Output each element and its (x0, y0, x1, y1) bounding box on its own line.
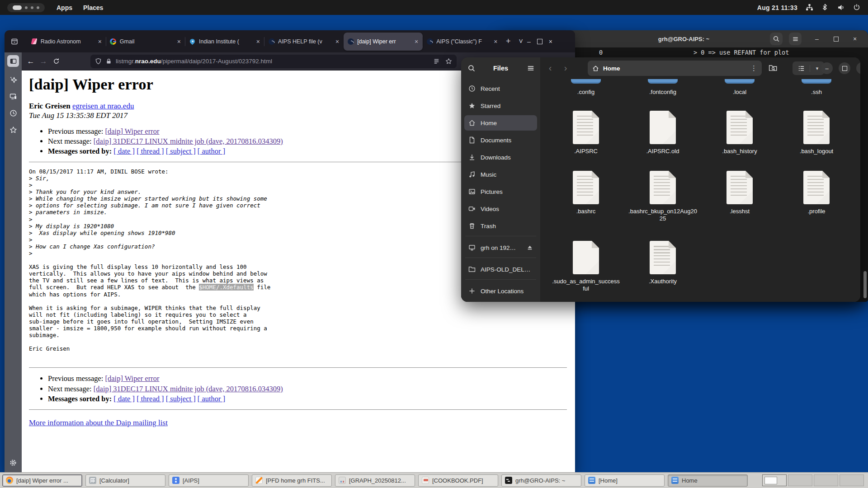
power-icon[interactable] (853, 4, 861, 11)
lock-icon[interactable] (106, 58, 112, 64)
sidebar-item-remote-mount[interactable]: grh on 192… (464, 240, 537, 255)
sidebar-item-music[interactable]: Music (464, 167, 537, 182)
file-item[interactable]: .AIPSRC (547, 111, 624, 155)
browser-tab[interactable]: Radio Astronom × (27, 33, 106, 51)
list-all-tabs-button[interactable]: ˅ (514, 35, 527, 48)
back-button[interactable]: ← (24, 55, 37, 68)
taskbar-button-firefox[interactable]: [daip] Wiper error ... (2, 474, 82, 487)
file-item[interactable]: .fontconfig (624, 79, 701, 96)
file-item[interactable]: .local (701, 79, 778, 96)
workspace-3[interactable] (814, 474, 838, 486)
next-message-link[interactable]: [daip] 31DEC17 LINUX midnite job (dave, … (94, 137, 283, 145)
taskbar-button-home[interactable]: Home (668, 474, 748, 487)
terminal-search-button[interactable] (770, 33, 783, 45)
file-item[interactable]: .bashrc_bkup_on12Aug2025 (624, 171, 701, 222)
sort-by-author-link[interactable]: [ author ] (198, 394, 225, 403)
forward-button[interactable]: → (37, 55, 50, 68)
browser-tab[interactable]: AIPS ("Classic") F × (423, 33, 502, 51)
list-view-icon[interactable] (793, 65, 810, 72)
file-item[interactable]: .sudo_as_admin_successful (547, 241, 624, 292)
files-maximize-button[interactable] (839, 62, 850, 74)
files-back-button[interactable]: ‹ (546, 64, 555, 73)
eject-icon[interactable] (527, 244, 533, 251)
file-item[interactable]: .bash_history (701, 111, 778, 155)
tab-close-icon[interactable]: × (493, 38, 498, 45)
terminal-minimize-button[interactable]: – (812, 34, 821, 43)
sort-by-subject-link[interactable]: [ subject ] (166, 147, 196, 155)
sidebar-item-other-locations[interactable]: Other Locations (464, 283, 537, 299)
sidebar-toggle-button[interactable] (7, 55, 19, 67)
browser-tab[interactable]: Gmail × (106, 33, 185, 51)
sort-by-thread-link[interactable]: [ thread ] (137, 147, 164, 155)
files-close-button[interactable]: × (856, 62, 860, 74)
url-bar[interactable]: listmgr.nrao.edu/pipermail/daip/2017-Aug… (90, 55, 457, 68)
workspace-1[interactable] (762, 474, 787, 486)
sort-by-thread-link[interactable]: [ thread ] (137, 394, 164, 403)
browser-tab-active[interactable]: [daip] Wiper err × (344, 33, 423, 51)
taskbar-button-aips[interactable]: [AIPS] (169, 474, 249, 487)
sort-by-date-link[interactable]: [ date ] (113, 147, 135, 155)
sidebar-item-recent[interactable]: Recent (464, 81, 537, 96)
tab-close-icon[interactable]: × (176, 38, 182, 45)
taskbar-button-pfd[interactable]: [PFD home grh FITS... (252, 474, 332, 487)
sidebar-item-home[interactable]: Home (464, 115, 537, 131)
activities-workspace-indicator[interactable] (7, 3, 45, 12)
mailing-list-info-link[interactable]: More information about the Daip mailing … (29, 418, 168, 427)
file-item[interactable]: .config (547, 79, 624, 96)
sidebar-item-videos[interactable]: Videos (464, 201, 537, 216)
file-item[interactable]: .Xauthority (624, 241, 701, 285)
synced-tabs-icon[interactable] (9, 93, 17, 100)
file-item[interactable]: .bashrc (547, 171, 624, 215)
browser-minimize-button[interactable]: – (527, 38, 531, 45)
taskbar-button-terminal[interactable]: grh@GRO-AIPS: ~ (501, 474, 581, 487)
tab-close-icon[interactable]: × (97, 38, 103, 45)
tab-close-icon[interactable]: × (414, 38, 419, 45)
clock[interactable]: Aug 21 11:33 (757, 4, 797, 11)
sort-by-date-link[interactable]: [ date ] (113, 394, 135, 403)
history-icon[interactable] (9, 109, 17, 117)
terminal-maximize-button[interactable] (831, 34, 840, 43)
settings-gear-icon[interactable] (9, 459, 17, 467)
ai-chatbot-icon[interactable] (9, 76, 17, 84)
path-options-kebab-icon[interactable]: ⋮ (750, 64, 757, 72)
files-headerbar[interactable]: Files ‹ › Home ⋮ (461, 57, 860, 79)
workspace-2[interactable] (788, 474, 812, 486)
new-tab-button[interactable]: + (502, 35, 514, 48)
view-mode-button[interactable]: ▾ (793, 61, 824, 75)
file-item[interactable]: .ssh (778, 79, 855, 96)
files-path-bar[interactable]: Home ⋮ (588, 61, 762, 76)
tab-close-icon[interactable]: × (335, 38, 340, 45)
sidebar-item-starred[interactable]: Starred (464, 98, 537, 113)
next-message-link[interactable]: [daip] 31DEC17 LINUX midnite job (dave, … (94, 385, 283, 393)
file-item[interactable]: .AIPSRC.old (624, 111, 701, 155)
terminal-menu-button[interactable] (789, 33, 802, 45)
previous-message-link[interactable]: [daip] Wiper error (105, 374, 159, 383)
places-menu[interactable]: Places (78, 2, 108, 13)
tab-close-icon[interactable]: × (255, 38, 261, 45)
apps-menu[interactable]: Apps (51, 2, 78, 13)
sidebar-item-trash[interactable]: Trash (464, 218, 537, 234)
tracking-shield-icon[interactable] (95, 58, 102, 65)
terminal-close-button[interactable]: × (850, 34, 859, 43)
browser-close-button[interactable]: × (549, 38, 552, 45)
author-email-link[interactable]: egreisen at nrao.edu (72, 102, 134, 110)
bookmark-star-icon[interactable] (445, 58, 452, 65)
workspace-4[interactable] (840, 474, 864, 486)
taskbar-button-calculator[interactable]: [Calculator] (85, 474, 165, 487)
sidebar-item-documents[interactable]: Documents (464, 132, 537, 148)
bookmarks-star-icon[interactable] (9, 126, 17, 134)
browser-tab[interactable]: Indian Institute ( × (185, 33, 264, 51)
firefox-view-icon[interactable] (8, 35, 21, 48)
file-item[interactable]: .lesshst (701, 171, 778, 215)
previous-message-link[interactable]: [daip] Wiper error (105, 127, 159, 136)
sidebar-item-bookmark-folder[interactable]: AIPS-OLD_DEL… (464, 262, 537, 277)
sidebar-item-downloads[interactable]: Downloads (464, 150, 537, 165)
file-item[interactable]: .profile (778, 171, 855, 215)
reader-mode-icon[interactable] (433, 58, 440, 65)
browser-tab[interactable]: AIPS HELP file (v × (264, 33, 344, 51)
files-minimize-button[interactable]: – (821, 62, 833, 74)
search-in-folder-icon[interactable] (769, 63, 778, 72)
taskbar-button-graph[interactable]: [GRAPH_20250812... (335, 474, 415, 487)
files-search-icon[interactable] (467, 64, 476, 72)
files-forward-button[interactable]: › (561, 64, 570, 73)
